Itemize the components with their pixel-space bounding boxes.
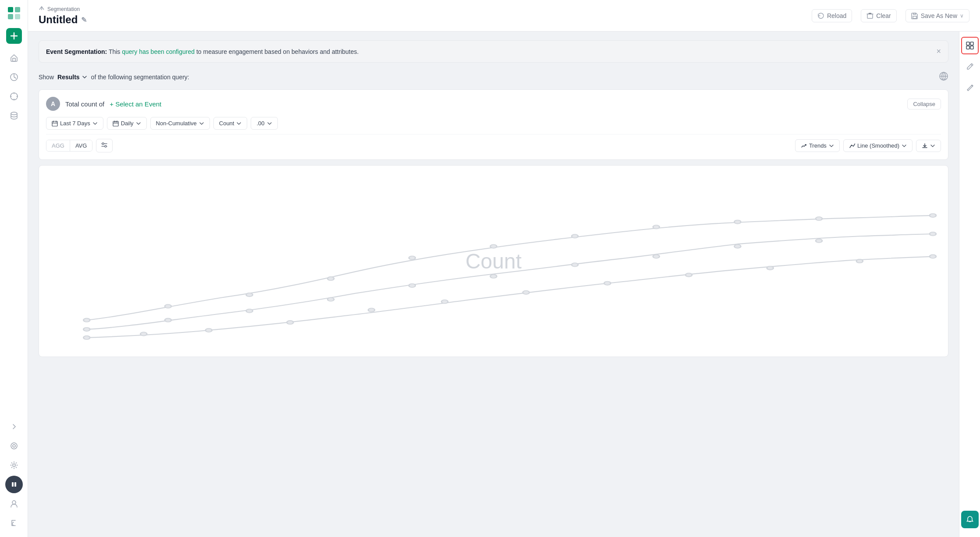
- grid-icon: [966, 42, 974, 49]
- agg-button[interactable]: AGG: [46, 140, 70, 151]
- svg-point-65: [523, 290, 529, 294]
- frequency-button[interactable]: Daily: [107, 117, 147, 130]
- pencil-icon: [966, 63, 974, 71]
- breadcrumb-icon: [39, 5, 45, 13]
- download-button[interactable]: [916, 140, 941, 152]
- count-button[interactable]: Count: [213, 117, 248, 130]
- sidebar-item-settings[interactable]: [5, 456, 23, 474]
- trends-label: Trends: [809, 142, 827, 149]
- svg-rect-18: [913, 16, 916, 18]
- line-smoothed-button[interactable]: Line (Smoothed): [843, 139, 913, 152]
- svg-point-35: [102, 143, 104, 145]
- results-label: Results: [57, 74, 80, 81]
- reload-icon: [817, 12, 824, 19]
- sidebar-item-expand[interactable]: [5, 418, 23, 435]
- header: Segmentation Untitled ✎ Reload Clear Sav…: [28, 0, 980, 32]
- download-icon: [922, 143, 928, 149]
- sidebar-item-analytics[interactable]: [5, 68, 23, 86]
- select-event-button[interactable]: + Select an Event: [110, 100, 161, 108]
- info-banner: Event Segmentation: This query has been …: [39, 40, 948, 63]
- download-chevron-icon: [930, 143, 935, 148]
- decimal-button[interactable]: .00: [251, 117, 277, 130]
- main-panel: Event Segmentation: This query has been …: [28, 32, 959, 537]
- svg-point-38: [165, 304, 171, 308]
- sidebar-item-user[interactable]: [5, 495, 23, 512]
- header-left: Segmentation Untitled ✎: [39, 5, 87, 26]
- add-button[interactable]: [6, 28, 22, 44]
- svg-point-49: [165, 318, 171, 322]
- date-range-chevron-icon: [92, 121, 98, 126]
- banner-close-button[interactable]: ×: [936, 47, 941, 56]
- svg-point-52: [409, 284, 415, 287]
- edit-pencil-button[interactable]: [961, 58, 979, 75]
- svg-point-54: [572, 263, 578, 266]
- header-actions: Reload Clear Save As New ∨: [812, 9, 969, 22]
- svg-rect-0: [8, 7, 13, 12]
- clear-button[interactable]: Clear: [861, 9, 896, 22]
- banner-link[interactable]: query has been configured: [122, 48, 195, 55]
- svg-point-70: [930, 254, 936, 258]
- svg-point-67: [685, 273, 692, 276]
- sidebar-item-navigate[interactable]: [5, 88, 23, 105]
- svg-point-59: [83, 336, 90, 339]
- svg-point-42: [490, 244, 497, 248]
- reload-label: Reload: [827, 12, 846, 19]
- sidebar-item-back[interactable]: [5, 514, 23, 532]
- count-label: Count: [219, 120, 234, 127]
- globe-container: [939, 71, 948, 82]
- save-as-new-button[interactable]: Save As New ∨: [905, 9, 969, 22]
- show-label: Show: [39, 74, 54, 81]
- banner-text-content: This query has been configured to measur…: [109, 48, 359, 55]
- sidebar-item-lifecycle[interactable]: [5, 437, 23, 455]
- svg-point-43: [572, 234, 578, 238]
- title-edit-icon[interactable]: ✎: [81, 16, 87, 24]
- date-range-button[interactable]: Last 7 Days: [46, 117, 103, 130]
- query-header: A Total count of + Select an Event Colla…: [46, 97, 941, 111]
- gear-icon: [10, 461, 18, 470]
- results-dropdown[interactable]: Results: [57, 74, 88, 81]
- svg-rect-71: [966, 42, 969, 45]
- home-icon: [10, 53, 18, 62]
- right-panel: [959, 32, 980, 537]
- sidebar-item-home[interactable]: [5, 49, 23, 67]
- grid-view-button[interactable]: [961, 37, 979, 54]
- trends-button[interactable]: Trends: [795, 139, 840, 152]
- right-panel-bottom: [961, 507, 979, 532]
- avatar: A: [46, 97, 60, 111]
- analytics-icon: [10, 73, 18, 81]
- cumulative-button[interactable]: Non-Cumulative: [150, 117, 210, 130]
- write-button[interactable]: [961, 79, 979, 96]
- svg-rect-1: [15, 7, 20, 12]
- clear-icon: [866, 12, 873, 19]
- pause-icon: [11, 481, 17, 488]
- filter-button[interactable]: [96, 139, 113, 152]
- navigate-icon: [10, 92, 18, 101]
- save-dropdown-chevron[interactable]: ∨: [960, 13, 964, 19]
- svg-point-66: [604, 281, 611, 285]
- svg-point-50: [246, 309, 253, 313]
- agg-avg-group: AGG AVG: [46, 140, 92, 152]
- svg-point-12: [13, 464, 15, 466]
- sidebar-item-pause[interactable]: [5, 476, 23, 493]
- date-range-label: Last 7 Days: [60, 120, 90, 127]
- save-icon: [911, 12, 918, 19]
- svg-point-9: [11, 112, 17, 115]
- avg-button[interactable]: AVG: [70, 140, 92, 151]
- globe-icon[interactable]: [939, 71, 948, 81]
- upload-button[interactable]: [961, 511, 979, 528]
- svg-rect-3: [15, 14, 20, 19]
- svg-point-68: [767, 266, 774, 270]
- query-text: of the following segmentation query:: [91, 74, 189, 81]
- svg-rect-19: [913, 13, 916, 14]
- sidebar-item-database[interactable]: [5, 107, 23, 124]
- reload-button[interactable]: Reload: [812, 9, 852, 22]
- svg-rect-73: [966, 46, 969, 49]
- database-icon: [10, 111, 18, 120]
- write-icon: [966, 84, 974, 92]
- breadcrumb-text: Segmentation: [47, 6, 80, 12]
- logo: [6, 5, 22, 21]
- cumulative-chevron-icon: [199, 121, 204, 126]
- svg-rect-17: [867, 14, 873, 18]
- collapse-button[interactable]: Collapse: [907, 99, 941, 110]
- clear-label: Clear: [876, 12, 891, 19]
